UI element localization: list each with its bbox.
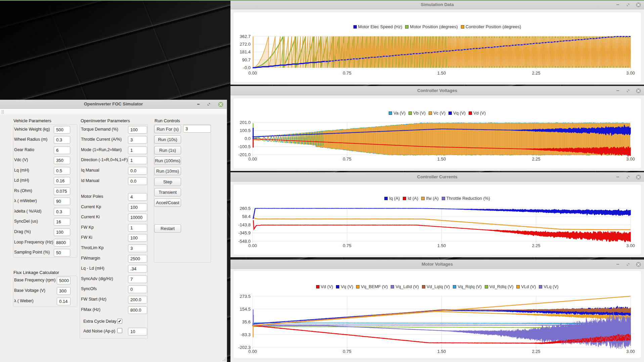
svg-text:-83.3: -83.3 — [241, 332, 251, 337]
svg-text:362.7: 362.7 — [240, 34, 251, 39]
svg-text:260.5: 260.5 — [240, 206, 251, 211]
svg-text:-0.0: -0.0 — [243, 65, 251, 70]
svg-text:0.75: 0.75 — [343, 349, 351, 354]
svg-text:181.4: 181.4 — [240, 49, 251, 54]
svg-text:273.5: 273.5 — [240, 294, 251, 299]
svg-text:0.00: 0.00 — [248, 71, 257, 76]
svg-text:3.00: 3.00 — [626, 243, 635, 248]
svg-text:-143.8: -143.8 — [238, 222, 251, 227]
svg-text:0.00: 0.00 — [248, 243, 257, 248]
svg-text:0.00: 0.00 — [248, 349, 257, 354]
svg-text:3.00: 3.00 — [626, 349, 635, 354]
svg-text:100.5: 100.5 — [240, 128, 251, 133]
svg-text:154.5: 154.5 — [240, 307, 251, 312]
svg-text:1.50: 1.50 — [437, 156, 446, 162]
svg-text:0.0: 0.0 — [245, 136, 251, 141]
svg-text:1.50: 1.50 — [437, 71, 446, 76]
svg-text:272.0: 272.0 — [240, 42, 251, 47]
svg-text:0.00: 0.00 — [248, 156, 257, 162]
svg-text:58.4: 58.4 — [242, 214, 251, 219]
svg-text:3.00: 3.00 — [626, 71, 635, 76]
svg-text:1.50: 1.50 — [437, 349, 446, 354]
svg-text:-100.5: -100.5 — [238, 144, 251, 149]
svg-text:0.75: 0.75 — [343, 243, 351, 248]
svg-text:35.6: 35.6 — [242, 319, 251, 324]
svg-text:201.0: 201.0 — [240, 120, 251, 125]
svg-text:3.00: 3.00 — [626, 156, 635, 162]
svg-text:2.25: 2.25 — [532, 243, 540, 248]
svg-text:-345.9: -345.9 — [238, 230, 251, 235]
svg-text:90.7: 90.7 — [242, 57, 251, 62]
svg-text:2.25: 2.25 — [532, 349, 540, 354]
svg-text:2.25: 2.25 — [532, 156, 540, 162]
svg-text:1.50: 1.50 — [437, 243, 446, 248]
svg-text:0.75: 0.75 — [343, 156, 351, 162]
svg-text:2.25: 2.25 — [532, 71, 540, 76]
svg-text:0.75: 0.75 — [343, 71, 351, 76]
